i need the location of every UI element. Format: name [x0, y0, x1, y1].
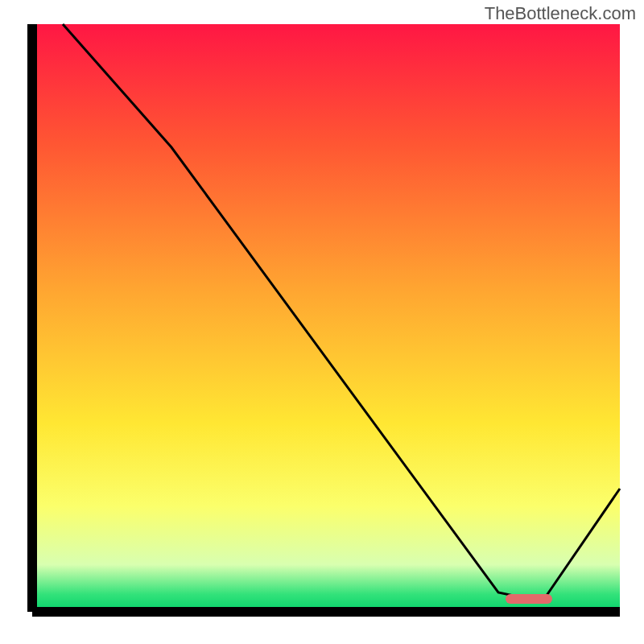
chart-container: TheBottleneck.com: [0, 0, 644, 644]
watermark-label: TheBottleneck.com: [485, 3, 636, 24]
bottleneck-plot: [0, 0, 644, 644]
optimal-range-marker: [506, 594, 552, 604]
plot-area: [32, 24, 620, 612]
gradient-background: [32, 24, 620, 612]
